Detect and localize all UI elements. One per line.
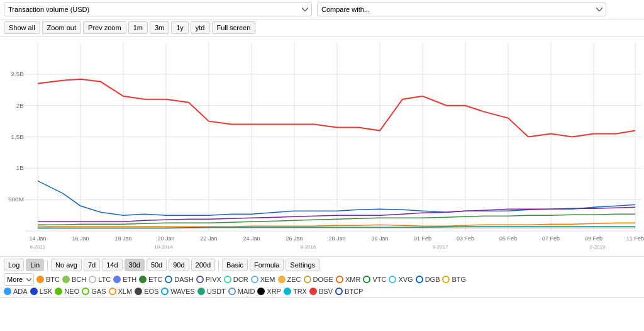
coin-label-btcp: BTCP xyxy=(345,288,363,295)
coin-label-maid: MAID xyxy=(238,288,255,295)
coin-item-dcr[interactable]: DCR xyxy=(224,276,248,283)
coin-label-dcr: DCR xyxy=(233,276,248,283)
30d-button[interactable]: 30d xyxy=(125,259,145,271)
14d-button[interactable]: 14d xyxy=(102,259,122,271)
coin-item-zec[interactable]: ZEC xyxy=(278,276,301,283)
coin-label-eos: EOS xyxy=(144,288,158,295)
coin-label-etc: ETC xyxy=(148,276,162,283)
coin-label-gas: GAS xyxy=(91,288,106,295)
svg-text:20 Jan: 20 Jan xyxy=(158,235,175,242)
svg-text:2-2019: 2-2019 xyxy=(590,244,606,250)
coin-circle-usdt xyxy=(197,288,205,295)
svg-text:07 Feb: 07 Feb xyxy=(542,235,560,242)
prev-zoom-button[interactable]: Prev zoom xyxy=(83,21,126,34)
chart-svg: 2.5B 2B 1.5B 1B 500M 14 Jan 16 Jan 18 Ja… xyxy=(0,36,644,256)
coin-item-vtc[interactable]: VTC xyxy=(363,276,386,283)
coin-circle-ada xyxy=(4,288,11,295)
svg-text:500M: 500M xyxy=(8,196,24,203)
settings-button[interactable]: Settings xyxy=(286,259,319,271)
3m-button[interactable]: 3m xyxy=(150,21,169,34)
coin-circle-zec xyxy=(278,276,286,283)
chart-container: 2.5B 2B 1.5B 1B 500M 14 Jan 16 Jan 18 Ja… xyxy=(0,36,644,257)
coin-item-eos[interactable]: EOS xyxy=(135,288,158,295)
more-select[interactable]: More xyxy=(4,273,34,286)
coin-item-ada[interactable]: ADA xyxy=(4,288,28,295)
full-screen-button[interactable]: Full screen xyxy=(212,21,256,34)
transaction-volume-select[interactable]: Transaction volume (USD) xyxy=(4,3,312,16)
coin-item-btcp[interactable]: BTCP xyxy=(335,288,363,295)
svg-text:28 Jan: 28 Jan xyxy=(329,235,346,242)
1y-button[interactable]: 1y xyxy=(171,21,189,34)
log-button[interactable]: Log xyxy=(4,259,24,271)
svg-text:22 Jan: 22 Jan xyxy=(201,235,218,242)
coin-item-trx[interactable]: TRX xyxy=(284,288,307,295)
svg-text:8-2016: 8-2016 xyxy=(301,244,316,250)
coin-item-gas[interactable]: GAS xyxy=(82,288,106,295)
coin-item-xvg[interactable]: XVG xyxy=(389,276,413,283)
zoom-out-button[interactable]: Zoom out xyxy=(42,21,81,34)
coin-label-trx: TRX xyxy=(293,288,307,295)
coin-circle-xem xyxy=(251,276,258,283)
coin-circle-etc xyxy=(139,276,147,283)
1m-button[interactable]: 1m xyxy=(128,21,148,34)
lin-button[interactable]: Lin xyxy=(26,259,44,271)
coin-circle-neo xyxy=(55,288,62,295)
coin-circle-bsv xyxy=(309,288,317,295)
coin-label-eth: ETH xyxy=(123,276,136,283)
coin-item-dgb[interactable]: DGB xyxy=(416,276,440,283)
coin-item-xlm[interactable]: XLM xyxy=(109,288,133,295)
coin-circle-xrp xyxy=(257,288,265,295)
coin-circle-trx xyxy=(284,288,291,295)
ytd-button[interactable]: ytd xyxy=(191,21,210,34)
coin-item-neo[interactable]: NEO xyxy=(55,288,79,295)
svg-text:01 Feb: 01 Feb xyxy=(414,235,431,242)
coin-label-xlm: XLM xyxy=(118,288,133,295)
50d-button[interactable]: 50d xyxy=(147,259,167,271)
toolbar: Show all Zoom out Prev zoom 1m 3m 1y ytd… xyxy=(0,20,644,36)
svg-text:14 Jan: 14 Jan xyxy=(30,235,47,242)
200d-button[interactable]: 200d xyxy=(191,259,215,271)
coin-label-bch: BCH xyxy=(72,276,86,283)
coin-circle-gas xyxy=(82,288,89,295)
coin-item-maid[interactable]: MAID xyxy=(228,288,255,295)
show-all-button[interactable]: Show all xyxy=(4,21,40,34)
coin-item-etc[interactable]: ETC xyxy=(139,276,162,283)
coin-item-btg[interactable]: BTG xyxy=(442,276,466,283)
coin-item-eth[interactable]: ETH xyxy=(113,276,136,283)
90d-button[interactable]: 90d xyxy=(169,259,189,271)
coin-item-usdt[interactable]: USDT xyxy=(197,288,226,295)
7d-button[interactable]: 7d xyxy=(84,259,100,271)
coin-item-ltc[interactable]: LTC xyxy=(89,276,111,283)
coin-circle-btc xyxy=(36,276,44,283)
coin-item-bsv[interactable]: BSV xyxy=(309,288,333,295)
coin-item-btc[interactable]: BTC xyxy=(36,276,60,283)
coin-item-lsk[interactable]: LSK xyxy=(30,288,53,295)
coin-label-dgb: DGB xyxy=(425,276,440,283)
coin-item-xrp[interactable]: XRP xyxy=(257,288,281,295)
coin-label-bsv: BSV xyxy=(319,288,333,295)
coin-item-dash[interactable]: DASH xyxy=(165,276,194,283)
coin-item-waves[interactable]: WAVES xyxy=(161,288,195,295)
coin-label-xmr: XMR xyxy=(345,276,360,283)
coin-circle-dcr xyxy=(224,276,231,283)
top-controls: Transaction volume (USD) Compare with... xyxy=(0,0,644,20)
coin-circle-btcp xyxy=(335,288,343,295)
coin-label-xrp: XRP xyxy=(267,288,281,295)
coin-item-bch[interactable]: BCH xyxy=(62,276,86,283)
compare-with-select[interactable]: Compare with... xyxy=(317,3,606,16)
coin-label-btc: BTC xyxy=(46,276,60,283)
coin-item-pivx[interactable]: PIVX xyxy=(196,276,221,283)
basic-button[interactable]: Basic xyxy=(222,259,248,271)
svg-text:30 Jan: 30 Jan xyxy=(372,235,389,242)
coin-label-waves: WAVES xyxy=(170,288,195,295)
no-avg-button[interactable]: No avg xyxy=(51,259,82,271)
coin-circle-doge xyxy=(304,276,311,283)
coin-circle-lsk xyxy=(30,288,38,295)
formula-button[interactable]: Formula xyxy=(250,259,284,271)
svg-text:1.5B: 1.5B xyxy=(11,133,24,140)
coin-item-xem[interactable]: XEM xyxy=(251,276,275,283)
coin-item-doge[interactable]: DOGE xyxy=(304,276,333,283)
svg-text:2B: 2B xyxy=(16,102,25,109)
coin-item-xmr[interactable]: XMR xyxy=(336,276,360,283)
coin-label-ada: ADA xyxy=(13,288,28,295)
